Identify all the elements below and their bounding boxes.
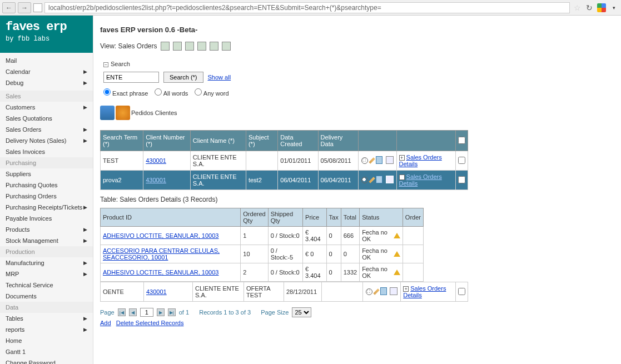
nav-sales-invoices[interactable]: Sales Invoices bbox=[0, 146, 93, 157]
google-icon[interactable] bbox=[597, 3, 607, 13]
table-row[interactable]: OENTE 430001 CLIENTE ENTE S.A. OFERTA TE… bbox=[101, 282, 468, 302]
edit-icon[interactable] bbox=[369, 157, 375, 163]
row-checkbox[interactable] bbox=[458, 157, 465, 164]
inline-edit-icon[interactable] bbox=[386, 156, 394, 164]
nav-documents[interactable]: Documents bbox=[0, 291, 93, 302]
col-select-all[interactable] bbox=[456, 131, 468, 151]
nav-manufacturing[interactable]: Manufacturing▶ bbox=[0, 257, 93, 268]
col-data-created[interactable]: Data Created bbox=[278, 131, 318, 151]
nav-sales-orders[interactable]: Sales Orders▶ bbox=[0, 124, 93, 135]
nav-debug[interactable]: Debug▶ bbox=[0, 77, 93, 88]
col-actions bbox=[359, 131, 396, 151]
radio-exact-phrase[interactable]: Exact phrase bbox=[103, 88, 148, 97]
nav-gantt[interactable]: Gantt 1 bbox=[0, 346, 93, 357]
page-number-input[interactable] bbox=[140, 308, 153, 317]
nav-reports[interactable]: reports▶ bbox=[0, 324, 93, 335]
forward-button[interactable]: → bbox=[18, 2, 31, 13]
sales-orders-grid-continued: OENTE 430001 CLIENTE ENTE S.A. OFERTA TE… bbox=[100, 282, 468, 302]
detail-row[interactable]: ADHESIVO LOCTITE, SEANULAR, 10003 1 0 / … bbox=[101, 227, 424, 245]
radio-any-word[interactable]: Any word bbox=[195, 88, 228, 97]
nav-customers[interactable]: Customers▶ bbox=[0, 102, 93, 113]
users-icon[interactable] bbox=[116, 106, 130, 120]
view-icon[interactable] bbox=[361, 177, 368, 183]
collapse-icon[interactable]: − bbox=[103, 62, 108, 67]
nav-suppliers[interactable]: Suppliers bbox=[0, 168, 93, 179]
nav-purchasing-orders[interactable]: Purchasing Orders bbox=[0, 191, 93, 202]
copy-icon[interactable] bbox=[376, 176, 382, 183]
details-link[interactable]: Sales Orders Details bbox=[399, 173, 442, 187]
row-checkbox[interactable] bbox=[458, 176, 465, 183]
back-button[interactable]: ← bbox=[2, 2, 16, 13]
expand-icon[interactable]: + bbox=[399, 155, 405, 161]
menu-dropdown-icon[interactable]: ▾ bbox=[609, 3, 619, 13]
row-checkbox[interactable] bbox=[458, 288, 465, 295]
print-icon[interactable] bbox=[161, 42, 170, 51]
col-client-number[interactable]: Client Number (*) bbox=[143, 131, 191, 151]
client-number-link[interactable]: 430001 bbox=[146, 288, 167, 295]
prev-page-button[interactable]: ◀ bbox=[129, 308, 137, 316]
export-pdf-icon[interactable] bbox=[222, 42, 231, 51]
client-number-link[interactable]: 430001 bbox=[146, 177, 166, 183]
nav-technical-service[interactable]: Technical Service bbox=[0, 280, 93, 291]
copy-icon[interactable] bbox=[380, 287, 387, 295]
export-xml-icon[interactable] bbox=[210, 42, 218, 51]
collapse-icon[interactable]: − bbox=[399, 174, 405, 180]
grid-header-row: Search Term (*) Client Number (*) Client… bbox=[101, 131, 468, 151]
export-csv-icon[interactable] bbox=[197, 42, 206, 51]
add-link[interactable]: Add bbox=[100, 320, 111, 326]
export-excel-icon[interactable] bbox=[173, 42, 182, 51]
view-icon[interactable] bbox=[366, 288, 372, 295]
edit-icon[interactable] bbox=[369, 177, 375, 183]
client-number-link[interactable]: 430001 bbox=[146, 157, 166, 164]
details-link[interactable]: Sales Orders Details bbox=[399, 154, 442, 167]
inline-edit-icon[interactable] bbox=[390, 287, 398, 295]
url-bar[interactable]: localhost/erp2b/pedidosclientes2list.php… bbox=[44, 2, 570, 13]
search-input[interactable] bbox=[103, 72, 159, 83]
nav-change-password[interactable]: Change Password bbox=[0, 357, 93, 364]
col-client-name[interactable]: Client Name (*) bbox=[190, 131, 246, 151]
document-icon[interactable] bbox=[100, 106, 115, 120]
search-button[interactable]: Search (*) bbox=[163, 72, 203, 83]
view-icon[interactable] bbox=[361, 157, 368, 164]
nav-home[interactable]: Home bbox=[0, 335, 93, 346]
last-page-button[interactable]: ▶| bbox=[168, 308, 176, 316]
bookmark-star-icon[interactable]: ☆ bbox=[572, 3, 582, 13]
page-size-select[interactable]: 25 bbox=[292, 307, 311, 317]
nav-calendar[interactable]: Calendar▶ bbox=[0, 66, 93, 77]
nav-purchasing-quotes[interactable]: Purchasing Quotes bbox=[0, 179, 93, 191]
inline-edit-icon[interactable] bbox=[386, 176, 394, 183]
table-row[interactable]: TEST 430001 CLIENTE ENTE S.A. 01/01/2011… bbox=[101, 151, 468, 171]
delete-selected-link[interactable]: Delete Selected Records bbox=[116, 320, 184, 326]
first-page-button[interactable]: |◀ bbox=[118, 308, 126, 316]
table-row-selected[interactable]: prova2 430001 CLIENTE ENTE S.A. test2 06… bbox=[101, 171, 468, 190]
detail-row[interactable]: ACCESORIO PARA CENTRAR CELULAS, SEACCESO… bbox=[101, 245, 424, 263]
edit-icon[interactable] bbox=[373, 288, 379, 295]
nav-delivery-notes[interactable]: Delivery Notes (Sales)▶ bbox=[0, 135, 93, 146]
export-word-icon[interactable] bbox=[185, 42, 194, 51]
details-link[interactable]: Sales Orders Details bbox=[403, 285, 446, 298]
expand-icon[interactable]: + bbox=[403, 286, 409, 292]
detail-row[interactable]: ADHESIVO LOCTITE, SEANULAR, 10003 2 0 / … bbox=[101, 263, 424, 282]
main-content: faves ERP version 0.6 -Beta- View: Sales… bbox=[93, 16, 621, 364]
product-link[interactable]: ADHESIVO LOCTITE, SEANULAR, 10003 bbox=[103, 232, 218, 239]
nav-mail[interactable]: Mail bbox=[0, 55, 93, 66]
next-page-button[interactable]: ▶ bbox=[157, 308, 165, 316]
nav-purchasing-receipts[interactable]: Purchasing Receipts/Tickets▶ bbox=[0, 202, 93, 213]
nav-sales-quotations[interactable]: Sales Quotations bbox=[0, 113, 93, 124]
pedidos-label: Pedidos Clientes bbox=[131, 109, 177, 116]
col-delivery-data[interactable]: Delivery Data bbox=[318, 131, 359, 151]
col-search-term[interactable]: Search Term (*) bbox=[101, 131, 143, 151]
nav-mrp[interactable]: MRP▶ bbox=[0, 268, 93, 280]
product-link[interactable]: ACCESORIO PARA CENTRAR CELULAS, SEACCESO… bbox=[103, 247, 220, 261]
nav-products[interactable]: Products▶ bbox=[0, 224, 93, 235]
nav-payable-invoices[interactable]: Payable Invoices bbox=[0, 213, 93, 224]
nav-tables[interactable]: Tables▶ bbox=[0, 313, 93, 324]
nav-stock-management[interactable]: Stock Management▶ bbox=[0, 235, 93, 246]
show-all-link[interactable]: Show all bbox=[208, 74, 231, 81]
radio-all-words[interactable]: All words bbox=[155, 88, 188, 97]
row-actions bbox=[359, 171, 396, 190]
product-link[interactable]: ADHESIVO LOCTITE, SEANULAR, 10003 bbox=[103, 269, 218, 276]
col-subject[interactable]: Subject (*) bbox=[246, 131, 277, 151]
reload-icon[interactable]: ↻ bbox=[584, 3, 594, 13]
copy-icon[interactable] bbox=[376, 156, 382, 164]
